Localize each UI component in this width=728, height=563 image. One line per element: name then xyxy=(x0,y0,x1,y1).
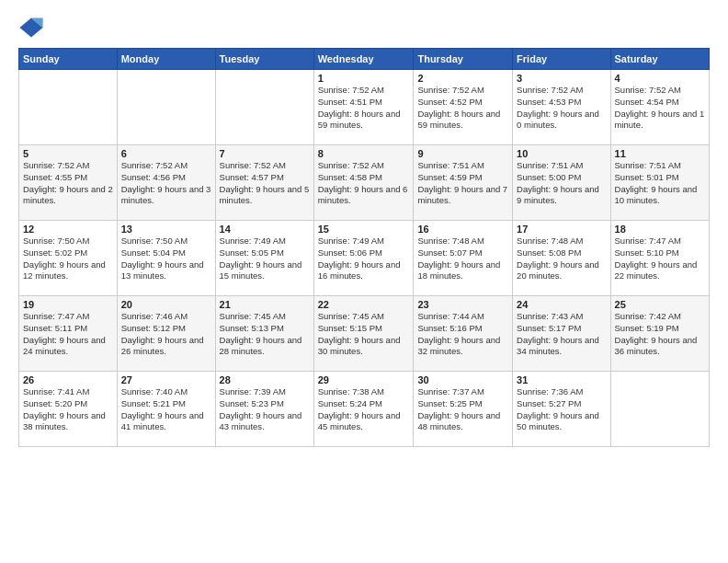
day-info: Sunrise: 7:48 AM Sunset: 5:07 PM Dayligh… xyxy=(417,236,508,282)
calendar-cell: 6Sunrise: 7:52 AM Sunset: 4:56 PM Daylig… xyxy=(117,145,215,221)
calendar-cell: 29Sunrise: 7:38 AM Sunset: 5:24 PM Dayli… xyxy=(313,372,414,447)
col-header-tuesday: Tuesday xyxy=(215,49,313,70)
day-number: 21 xyxy=(220,299,310,310)
calendar-cell: 17Sunrise: 7:48 AM Sunset: 5:08 PM Dayli… xyxy=(513,221,610,296)
calendar-cell: 22Sunrise: 7:45 AM Sunset: 5:15 PM Dayli… xyxy=(313,296,414,372)
day-info: Sunrise: 7:45 AM Sunset: 5:15 PM Dayligh… xyxy=(318,311,410,358)
day-info: Sunrise: 7:47 AM Sunset: 5:10 PM Dayligh… xyxy=(615,236,705,282)
col-header-sunday: Sunday xyxy=(19,49,118,70)
calendar-cell: 31Sunrise: 7:36 AM Sunset: 5:27 PM Dayli… xyxy=(513,372,610,447)
day-info: Sunrise: 7:43 AM Sunset: 5:17 PM Dayligh… xyxy=(517,311,606,358)
header xyxy=(18,15,710,40)
calendar-cell: 25Sunrise: 7:42 AM Sunset: 5:19 PM Dayli… xyxy=(610,296,709,372)
calendar-cell: 24Sunrise: 7:43 AM Sunset: 5:17 PM Dayli… xyxy=(513,296,610,372)
day-info: Sunrise: 7:52 AM Sunset: 4:51 PM Dayligh… xyxy=(318,85,410,132)
day-info: Sunrise: 7:40 AM Sunset: 5:21 PM Dayligh… xyxy=(121,386,211,433)
day-info: Sunrise: 7:50 AM Sunset: 5:04 PM Dayligh… xyxy=(121,236,211,282)
calendar-week-2: 12Sunrise: 7:50 AM Sunset: 5:02 PM Dayli… xyxy=(19,221,710,296)
day-number: 20 xyxy=(121,299,211,310)
calendar-cell: 3Sunrise: 7:52 AM Sunset: 4:53 PM Daylig… xyxy=(513,70,610,145)
day-number: 1 xyxy=(318,73,410,84)
calendar-cell: 1Sunrise: 7:52 AM Sunset: 4:51 PM Daylig… xyxy=(313,70,414,145)
day-info: Sunrise: 7:36 AM Sunset: 5:27 PM Dayligh… xyxy=(517,386,606,433)
day-info: Sunrise: 7:52 AM Sunset: 4:53 PM Dayligh… xyxy=(517,85,606,132)
day-info: Sunrise: 7:52 AM Sunset: 4:55 PM Dayligh… xyxy=(23,160,113,207)
calendar-cell: 19Sunrise: 7:47 AM Sunset: 5:11 PM Dayli… xyxy=(19,296,118,372)
day-info: Sunrise: 7:46 AM Sunset: 5:12 PM Dayligh… xyxy=(121,311,211,358)
day-info: Sunrise: 7:51 AM Sunset: 5:01 PM Dayligh… xyxy=(615,160,705,207)
day-number: 5 xyxy=(23,148,113,159)
calendar-cell: 4Sunrise: 7:52 AM Sunset: 4:54 PM Daylig… xyxy=(610,70,709,145)
col-header-wednesday: Wednesday xyxy=(313,49,414,70)
calendar-cell: 8Sunrise: 7:52 AM Sunset: 4:58 PM Daylig… xyxy=(313,145,414,221)
day-info: Sunrise: 7:52 AM Sunset: 4:52 PM Dayligh… xyxy=(417,85,508,132)
calendar-week-3: 19Sunrise: 7:47 AM Sunset: 5:11 PM Dayli… xyxy=(19,296,710,372)
day-number: 11 xyxy=(615,148,705,159)
day-info: Sunrise: 7:48 AM Sunset: 5:08 PM Dayligh… xyxy=(517,236,606,282)
calendar-cell: 2Sunrise: 7:52 AM Sunset: 4:52 PM Daylig… xyxy=(414,70,513,145)
page: SundayMondayTuesdayWednesdayThursdayFrid… xyxy=(0,0,728,456)
day-number: 25 xyxy=(615,299,705,310)
calendar-cell: 20Sunrise: 7:46 AM Sunset: 5:12 PM Dayli… xyxy=(117,296,215,372)
day-number: 7 xyxy=(220,148,310,159)
calendar-cell: 12Sunrise: 7:50 AM Sunset: 5:02 PM Dayli… xyxy=(19,221,118,296)
day-number: 8 xyxy=(318,148,410,159)
calendar-cell: 14Sunrise: 7:49 AM Sunset: 5:05 PM Dayli… xyxy=(215,221,313,296)
calendar-cell: 11Sunrise: 7:51 AM Sunset: 5:01 PM Dayli… xyxy=(610,145,709,221)
day-number: 12 xyxy=(23,224,113,235)
day-number: 14 xyxy=(220,224,310,235)
day-number: 15 xyxy=(318,224,410,235)
calendar-cell xyxy=(19,70,118,145)
day-number: 9 xyxy=(417,148,508,159)
calendar-cell: 13Sunrise: 7:50 AM Sunset: 5:04 PM Dayli… xyxy=(117,221,215,296)
day-number: 16 xyxy=(417,224,508,235)
day-number: 3 xyxy=(517,73,606,84)
day-info: Sunrise: 7:50 AM Sunset: 5:02 PM Dayligh… xyxy=(23,236,113,282)
day-info: Sunrise: 7:45 AM Sunset: 5:13 PM Dayligh… xyxy=(220,311,310,358)
day-info: Sunrise: 7:51 AM Sunset: 4:59 PM Dayligh… xyxy=(417,160,508,207)
day-info: Sunrise: 7:52 AM Sunset: 4:57 PM Dayligh… xyxy=(220,160,310,207)
col-header-thursday: Thursday xyxy=(414,49,513,70)
calendar-week-0: 1Sunrise: 7:52 AM Sunset: 4:51 PM Daylig… xyxy=(19,70,710,145)
day-info: Sunrise: 7:49 AM Sunset: 5:06 PM Dayligh… xyxy=(318,236,410,282)
day-number: 17 xyxy=(517,224,606,235)
calendar-cell: 15Sunrise: 7:49 AM Sunset: 5:06 PM Dayli… xyxy=(313,221,414,296)
day-number: 31 xyxy=(517,374,606,385)
day-info: Sunrise: 7:52 AM Sunset: 4:58 PM Dayligh… xyxy=(318,160,410,207)
day-number: 10 xyxy=(517,148,606,159)
day-number: 4 xyxy=(615,73,705,84)
day-info: Sunrise: 7:37 AM Sunset: 5:25 PM Dayligh… xyxy=(417,386,508,433)
day-info: Sunrise: 7:49 AM Sunset: 5:05 PM Dayligh… xyxy=(220,236,310,282)
day-info: Sunrise: 7:51 AM Sunset: 5:00 PM Dayligh… xyxy=(517,160,606,207)
logo-icon xyxy=(18,15,44,40)
calendar-cell: 30Sunrise: 7:37 AM Sunset: 5:25 PM Dayli… xyxy=(414,372,513,447)
day-number: 29 xyxy=(318,374,410,385)
day-number: 22 xyxy=(318,299,410,310)
col-header-friday: Friday xyxy=(513,49,610,70)
calendar-cell: 27Sunrise: 7:40 AM Sunset: 5:21 PM Dayli… xyxy=(117,372,215,447)
day-number: 26 xyxy=(23,374,113,385)
day-info: Sunrise: 7:41 AM Sunset: 5:20 PM Dayligh… xyxy=(23,386,113,433)
calendar-cell xyxy=(215,70,313,145)
calendar-cell: 5Sunrise: 7:52 AM Sunset: 4:55 PM Daylig… xyxy=(19,145,118,221)
day-number: 24 xyxy=(517,299,606,310)
calendar-week-1: 5Sunrise: 7:52 AM Sunset: 4:55 PM Daylig… xyxy=(19,145,710,221)
day-number: 2 xyxy=(417,73,508,84)
col-header-saturday: Saturday xyxy=(610,49,709,70)
day-info: Sunrise: 7:47 AM Sunset: 5:11 PM Dayligh… xyxy=(23,311,113,358)
calendar-cell: 16Sunrise: 7:48 AM Sunset: 5:07 PM Dayli… xyxy=(414,221,513,296)
day-number: 23 xyxy=(417,299,508,310)
day-info: Sunrise: 7:52 AM Sunset: 4:56 PM Dayligh… xyxy=(121,160,211,207)
day-info: Sunrise: 7:39 AM Sunset: 5:23 PM Dayligh… xyxy=(220,386,310,433)
day-number: 13 xyxy=(121,224,211,235)
day-info: Sunrise: 7:44 AM Sunset: 5:16 PM Dayligh… xyxy=(417,311,508,358)
day-number: 19 xyxy=(23,299,113,310)
calendar-cell: 28Sunrise: 7:39 AM Sunset: 5:23 PM Dayli… xyxy=(215,372,313,447)
col-header-monday: Monday xyxy=(117,49,215,70)
day-number: 30 xyxy=(417,374,508,385)
calendar-week-4: 26Sunrise: 7:41 AM Sunset: 5:20 PM Dayli… xyxy=(19,372,710,447)
calendar-cell: 23Sunrise: 7:44 AM Sunset: 5:16 PM Dayli… xyxy=(414,296,513,372)
day-number: 18 xyxy=(615,224,705,235)
logo xyxy=(18,15,48,40)
day-number: 6 xyxy=(121,148,211,159)
